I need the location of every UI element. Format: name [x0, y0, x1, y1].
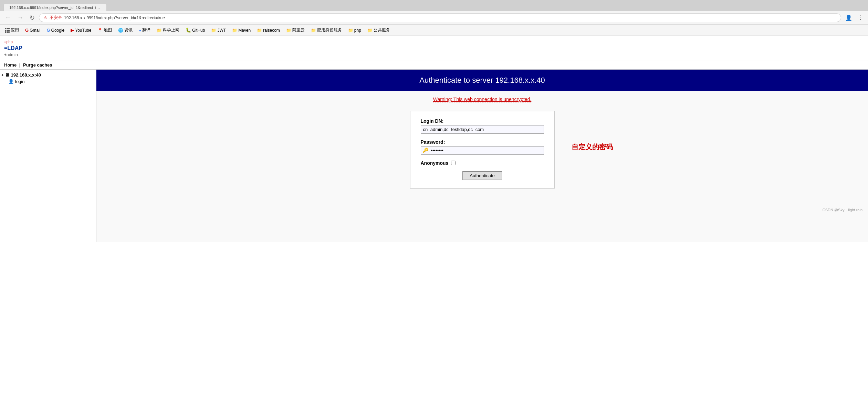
- bookmark-gmail[interactable]: G Gmail: [23, 27, 42, 33]
- github-icon: 🐛: [186, 28, 191, 33]
- warning-text[interactable]: Warning: This web connection is unencryp…: [433, 97, 532, 102]
- logo-line1: =php: [4, 40, 13, 44]
- browser-actions: 👤 ⋮: [843, 14, 865, 22]
- address-bar[interactable]: ⚠ 不安全 192.168.x.x:9991/index.php?server_…: [39, 13, 841, 22]
- bookmark-maps[interactable]: 📍 地图: [95, 27, 114, 34]
- logo-ldap: =LDAP: [4, 45, 22, 51]
- app-nav: Home | Purge caches: [0, 61, 868, 70]
- apps-label: 应用: [11, 27, 19, 33]
- bookmark-apps[interactable]: 应用: [3, 27, 21, 34]
- login-form-box: Login DN: Password: 🔑 自定义的密码: [410, 111, 555, 189]
- login-label: login: [15, 79, 24, 84]
- main-layout: + 🖥 192.168.x.x:40 👤 login Authenticate …: [0, 70, 868, 242]
- bookmark-folder-appid[interactable]: 📁 应用身份服务: [309, 27, 344, 34]
- footer-text: CSDN @Sky，light rain: [823, 208, 862, 212]
- password-input-wrapper: 🔑: [421, 146, 544, 155]
- folder-icon-raisecom: 📁: [257, 28, 262, 33]
- bookmark-github[interactable]: 🐛 GitHub: [184, 27, 207, 33]
- authenticate-btn-row: Authenticate: [421, 171, 544, 180]
- translate-icon: ●: [139, 28, 141, 32]
- page-footer: CSDN @Sky，light rain: [96, 206, 868, 214]
- bookmark-folder-aliyun[interactable]: 📁 阿里云: [284, 27, 307, 34]
- bookmark-youtube[interactable]: ▶ YouTube: [69, 27, 93, 33]
- bookmark-folder-jwt[interactable]: 📁 JWT: [209, 27, 228, 33]
- expand-icon[interactable]: +: [1, 73, 3, 77]
- profile-button[interactable]: 👤: [843, 14, 854, 22]
- browser-chrome: 192.168.x.x:9991/index.php?server_id=1&r…: [0, 0, 868, 36]
- anonymous-checkbox[interactable]: [451, 161, 456, 165]
- sidebar-login-item[interactable]: 👤 login: [1, 79, 95, 84]
- unsafe-label: 不安全: [50, 15, 62, 21]
- maps-icon: 📍: [97, 28, 103, 33]
- user-icon: 👤: [8, 79, 14, 84]
- authenticate-button[interactable]: Authenticate: [462, 171, 502, 180]
- password-group: Password: 🔑 自定义的密码: [421, 139, 544, 155]
- sidebar-server: + 🖥 192.168.x.x:40: [1, 72, 95, 78]
- bookmark-google[interactable]: G Google: [44, 27, 66, 33]
- nav-purge-link[interactable]: Purge caches: [23, 62, 52, 68]
- folder-icon-appid: 📁: [311, 28, 316, 33]
- url-text: 192.168.x.x:9991/index.php?server_id=1&r…: [64, 16, 837, 20]
- anonymous-label: Anonymous: [421, 160, 449, 166]
- login-dn-group: Login DN:: [421, 118, 544, 134]
- forward-button[interactable]: →: [15, 13, 25, 22]
- logo-area: =php =LDAP +admin: [4, 39, 22, 58]
- bookmark-translate[interactable]: ● 翻译: [137, 27, 153, 34]
- auth-banner: Authenticate to server 192.168.x.x.40: [96, 70, 868, 91]
- anonymous-row: Anonymous: [421, 160, 544, 166]
- bookmark-folder-maven[interactable]: 📁 Maven: [230, 27, 253, 33]
- folder-icon: 📁: [157, 28, 162, 33]
- warning-section: Warning: This web connection is unencryp…: [96, 91, 868, 108]
- folder-icon-public: 📁: [367, 28, 373, 33]
- login-dn-label: Login DN:: [421, 118, 544, 124]
- folder-icon-jwt: 📁: [211, 28, 216, 33]
- nav-separator: |: [19, 62, 21, 68]
- google-icon: G: [46, 28, 50, 33]
- folder-icon-maven: 📁: [232, 28, 237, 33]
- app-header: =php =LDAP +admin: [0, 36, 868, 61]
- main-content-area: Authenticate to server 192.168.x.x.40 Wa…: [96, 70, 868, 242]
- login-form-container: Login DN: Password: 🔑 自定义的密码: [96, 108, 868, 199]
- login-dn-input[interactable]: [421, 125, 544, 134]
- bookmark-folder-php[interactable]: 📁 php: [346, 27, 363, 33]
- password-icon: 🔑: [421, 147, 430, 154]
- password-label: Password:: [421, 139, 544, 145]
- news-icon: 🌐: [118, 28, 123, 33]
- folder-icon-php: 📁: [348, 28, 353, 33]
- browser-tab[interactable]: 192.168.x.x:9991/index.php?server_id=1&r…: [3, 4, 107, 11]
- youtube-icon: ▶: [71, 28, 74, 33]
- browser-toolbar: ← → ↻ ⚠ 不安全 192.168.x.x:9991/index.php?s…: [0, 11, 868, 25]
- password-input[interactable]: [430, 147, 544, 154]
- logo-admin: +admin: [4, 52, 18, 57]
- bookmarks-bar: 应用 G Gmail G Google ▶ YouTube 📍 地图 🌐 资讯 …: [0, 25, 868, 36]
- logo: =php =LDAP +admin: [4, 39, 22, 58]
- bookmark-news[interactable]: 🌐 资讯: [116, 27, 135, 34]
- bookmark-folder-public[interactable]: 📁 公共服务: [365, 27, 392, 34]
- folder-icon-aliyun: 📁: [286, 28, 291, 33]
- back-button[interactable]: ←: [3, 13, 13, 22]
- menu-button[interactable]: ⋮: [856, 14, 865, 22]
- apps-grid-icon: [5, 28, 10, 33]
- server-icon: 🖥: [5, 72, 9, 78]
- browser-tabs: 192.168.x.x:9991/index.php?server_id=1&r…: [0, 0, 868, 11]
- page-content: =php =LDAP +admin Home | Purge caches + …: [0, 36, 868, 404]
- bookmark-folder-raisecom[interactable]: 📁 raisecom: [255, 27, 282, 33]
- server-name: 192.168.x.x:40: [11, 72, 41, 78]
- banner-text: Authenticate to server 192.168.x.x.40: [419, 76, 545, 84]
- nav-home-link[interactable]: Home: [4, 62, 17, 68]
- bookmark-folder-kexue[interactable]: 📁 科学上网: [155, 27, 181, 34]
- gmail-icon: G: [25, 28, 29, 33]
- lock-icon: ⚠: [43, 15, 48, 20]
- sidebar: + 🖥 192.168.x.x:40 👤 login: [0, 70, 96, 242]
- reload-button[interactable]: ↻: [28, 13, 37, 22]
- password-annotation: 自定义的密码: [572, 142, 613, 152]
